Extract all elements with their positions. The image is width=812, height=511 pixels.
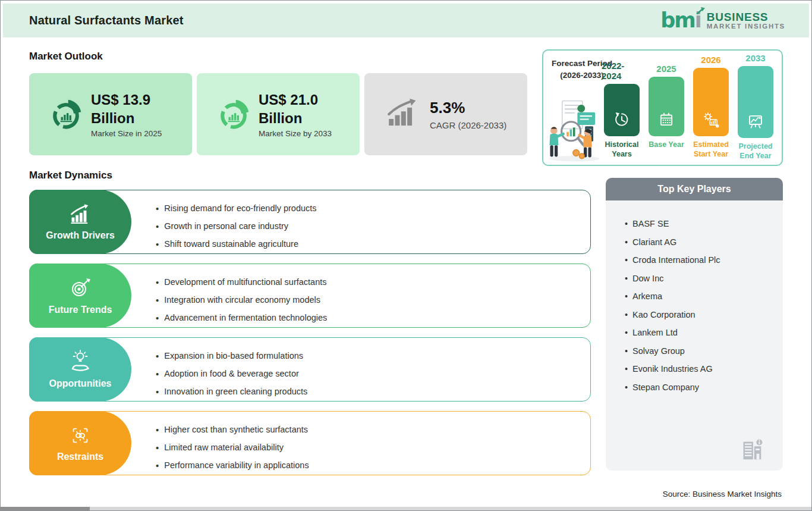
- bmi-logo: bmi BUSINESS MARKET INSIGHTS: [660, 11, 785, 30]
- future-trends-pill: Future Trends: [29, 264, 131, 328]
- bullet-item: Advancement in fermentation technologies: [156, 309, 590, 327]
- calendar-icon: [657, 111, 675, 128]
- bar-role-label: Base Year: [649, 140, 684, 161]
- market-dynamics-heading: Market Dynamics: [29, 170, 112, 181]
- bar-role-label: Historical Years: [602, 140, 642, 161]
- card-text: US$ 21.0 Billion Market Size by 2033: [259, 90, 332, 138]
- growth-drivers-pill: Growth Drivers: [29, 190, 131, 254]
- outlook-cards: US$ 13.9 Billion Market Size in 2025 US$…: [29, 73, 527, 155]
- list-item: Lankem Ltd: [625, 324, 775, 342]
- logo-arrow-icon: [696, 7, 706, 15]
- bullet-item: Innovation in green cleaning products: [156, 383, 590, 400]
- forecast-bar-start: 2026 Estimated Start Year: [691, 53, 731, 161]
- bar-year-label: 2033: [745, 53, 765, 63]
- forecast-bars: 2022-2024 Historical Years 2025: [602, 53, 776, 161]
- list-item: Solvay Group: [625, 342, 775, 360]
- list-item: Dow Inc: [625, 269, 775, 288]
- bmi-logo-mark: bmi: [660, 11, 701, 30]
- bullet-item: Growth in personal care industry: [156, 217, 590, 235]
- forecast-bar-end: 2033 Projected End Year: [735, 53, 776, 161]
- opportunities-pill: Opportunities: [29, 337, 131, 402]
- analysts-illustration: [546, 96, 603, 162]
- list-item: Clariant AG: [625, 233, 775, 252]
- gear-chart-icon: [702, 111, 720, 128]
- source-attribution: Source: Business Market Insights: [663, 490, 782, 499]
- bar-base-year: [649, 77, 684, 136]
- logo-line2: MARKET INSIGHTS: [707, 23, 785, 30]
- bar-role-label: Projected End Year: [735, 142, 776, 161]
- bar-role-label: Estimated Start Year: [691, 140, 731, 161]
- history-clock-icon: [613, 111, 631, 128]
- infographic-page: Natural Surfactants Market bmi BUSINESS …: [0, 0, 812, 511]
- top-key-players-heading: Top Key Players: [606, 178, 783, 200]
- bar-year-label: 2022-2024: [602, 61, 642, 81]
- bullet-item: Rising demand for eco-friendly products: [156, 199, 590, 217]
- list-item: Croda International Plc: [625, 251, 775, 269]
- cagr-card: 5.3% CAGR (2026-2033): [364, 73, 527, 155]
- restraints-pill: Restraints: [29, 411, 131, 475]
- growth-drivers-label: Growth Drivers: [46, 230, 115, 241]
- logo-line1: BUSINESS: [707, 11, 785, 23]
- scrollbar-thumb[interactable]: [1, 507, 90, 510]
- market-outlook-heading: Market Outlook: [29, 51, 103, 62]
- page-title: Natural Surfactants Market: [29, 14, 184, 27]
- logo-mark-text: bm: [660, 11, 695, 30]
- bar-year-label: 2025: [656, 64, 676, 74]
- target-dart-icon: [68, 276, 93, 300]
- opportunities-row: Opportunities Expansion in bio-based for…: [29, 337, 591, 402]
- list-item: Arkema: [625, 287, 775, 306]
- presentation-icon: [747, 112, 764, 130]
- bar-projected-end: [738, 66, 773, 138]
- constraint-link-icon: [68, 424, 92, 447]
- company-building-icon: [738, 436, 765, 463]
- market-size-caption: Market Size in 2025: [91, 129, 162, 138]
- horizontal-scrollbar[interactable]: [1, 507, 811, 510]
- card-text: 5.3% CAGR (2026-2033): [430, 98, 506, 130]
- bar-estimated-start: [693, 68, 729, 136]
- bullet-item: Adoption in food & beverage sector: [156, 365, 590, 383]
- bar-year-label: 2026: [701, 55, 720, 65]
- list-item: Evonik Industries AG: [625, 360, 775, 378]
- cagr-caption: CAGR (2026-2033): [430, 120, 506, 130]
- key-players-list: BASF SE Clariant AG Croda International …: [606, 200, 783, 396]
- market-size-value: US$ 21.0: [259, 90, 332, 109]
- donut-chart-icon: [48, 96, 84, 132]
- bullet-item: Performance variability in applications: [156, 456, 590, 474]
- idea-hand-icon: [68, 350, 93, 374]
- restraints-row: Restraints Higher cost than synthetic su…: [29, 411, 591, 475]
- bullet-item: Expansion in bio-based formulations: [156, 347, 590, 365]
- market-size-2025-card: US$ 13.9 Billion Market Size in 2025: [29, 73, 192, 155]
- market-size-unit: Billion: [91, 109, 162, 127]
- forecast-period-panel: Forecast Period (2026-2033): [542, 49, 783, 166]
- growth-drivers-row: Growth Drivers Rising demand for eco-fri…: [29, 190, 591, 254]
- bullet-item: Higher cost than synthetic surfactants: [156, 421, 590, 438]
- market-size-2033-card: US$ 21.0 Billion Market Size by 2033: [197, 73, 360, 155]
- bullet-item: Integration with circular economy models: [156, 291, 590, 309]
- market-size-caption: Market Size by 2033: [259, 129, 332, 138]
- market-size-value: US$ 13.9: [91, 90, 162, 109]
- bullet-item: Development of multifunctional surfactan…: [156, 273, 590, 291]
- forecast-bar-base: 2025 Base Year: [646, 53, 687, 161]
- future-trends-row: Future Trends Development of multifuncti…: [29, 264, 591, 328]
- list-item: BASF SE: [625, 215, 775, 233]
- bullet-item: Shift toward sustainable agriculture: [156, 235, 590, 253]
- card-text: US$ 13.9 Billion Market Size in 2025: [91, 90, 162, 138]
- list-item: Kao Corporation: [625, 306, 775, 324]
- logo-wordmark: BUSINESS MARKET INSIGHTS: [707, 11, 785, 30]
- donut-chart-icon: [216, 96, 251, 132]
- opportunities-label: Opportunities: [49, 378, 112, 389]
- top-key-players-panel: Top Key Players BASF SE Clariant AG Crod…: [606, 178, 783, 471]
- future-trends-label: Future Trends: [49, 305, 112, 315]
- header-bar: Natural Surfactants Market bmi BUSINESS …: [3, 4, 809, 37]
- forecast-bar-historical: 2022-2024 Historical Years: [602, 53, 642, 161]
- bar-historical: [604, 84, 640, 136]
- market-size-unit: Billion: [259, 109, 332, 127]
- list-item: Stepan Company: [625, 378, 775, 397]
- bullet-item: Limited raw material availability: [156, 438, 590, 456]
- restraints-label: Restraints: [57, 452, 103, 462]
- growth-arrow-icon: [386, 98, 420, 130]
- growth-chart-icon: [68, 203, 92, 225]
- cagr-value: 5.3%: [430, 98, 506, 118]
